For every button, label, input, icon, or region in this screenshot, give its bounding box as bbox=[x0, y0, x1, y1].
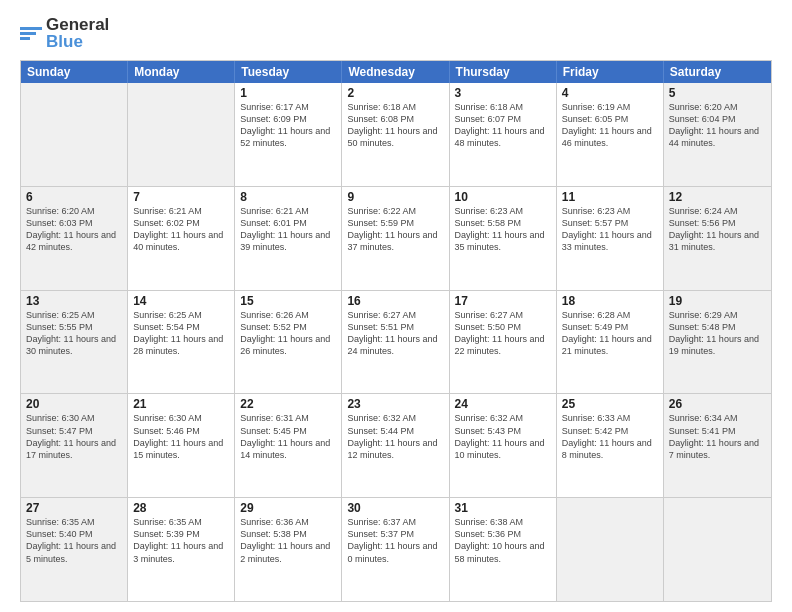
calendar-header: SundayMondayTuesdayWednesdayThursdayFrid… bbox=[21, 61, 771, 83]
cell-info: Sunrise: 6:20 AM Sunset: 6:04 PM Dayligh… bbox=[669, 101, 766, 150]
cell-info: Sunrise: 6:38 AM Sunset: 5:36 PM Dayligh… bbox=[455, 516, 551, 565]
cell-info: Sunrise: 6:30 AM Sunset: 5:46 PM Dayligh… bbox=[133, 412, 229, 461]
cell-info: Sunrise: 6:22 AM Sunset: 5:59 PM Dayligh… bbox=[347, 205, 443, 254]
week-row-2: 6Sunrise: 6:20 AM Sunset: 6:03 PM Daylig… bbox=[21, 186, 771, 290]
day-15: 15Sunrise: 6:26 AM Sunset: 5:52 PM Dayli… bbox=[235, 291, 342, 394]
day-17: 17Sunrise: 6:27 AM Sunset: 5:50 PM Dayli… bbox=[450, 291, 557, 394]
header-day-tuesday: Tuesday bbox=[235, 61, 342, 83]
day-23: 23Sunrise: 6:32 AM Sunset: 5:44 PM Dayli… bbox=[342, 394, 449, 497]
day-19: 19Sunrise: 6:29 AM Sunset: 5:48 PM Dayli… bbox=[664, 291, 771, 394]
logo: General Blue bbox=[20, 16, 109, 50]
day-number: 25 bbox=[562, 397, 658, 411]
cell-info: Sunrise: 6:27 AM Sunset: 5:50 PM Dayligh… bbox=[455, 309, 551, 358]
cell-info: Sunrise: 6:33 AM Sunset: 5:42 PM Dayligh… bbox=[562, 412, 658, 461]
cell-info: Sunrise: 6:37 AM Sunset: 5:37 PM Dayligh… bbox=[347, 516, 443, 565]
cell-info: Sunrise: 6:27 AM Sunset: 5:51 PM Dayligh… bbox=[347, 309, 443, 358]
empty-cell-0-0 bbox=[21, 83, 128, 186]
day-20: 20Sunrise: 6:30 AM Sunset: 5:47 PM Dayli… bbox=[21, 394, 128, 497]
day-number: 16 bbox=[347, 294, 443, 308]
day-number: 14 bbox=[133, 294, 229, 308]
day-number: 15 bbox=[240, 294, 336, 308]
logo-line1: General bbox=[46, 16, 109, 33]
empty-cell-0-1 bbox=[128, 83, 235, 186]
day-4: 4Sunrise: 6:19 AM Sunset: 6:05 PM Daylig… bbox=[557, 83, 664, 186]
week-row-4: 20Sunrise: 6:30 AM Sunset: 5:47 PM Dayli… bbox=[21, 393, 771, 497]
cell-info: Sunrise: 6:24 AM Sunset: 5:56 PM Dayligh… bbox=[669, 205, 766, 254]
header-day-friday: Friday bbox=[557, 61, 664, 83]
day-9: 9Sunrise: 6:22 AM Sunset: 5:59 PM Daylig… bbox=[342, 187, 449, 290]
day-number: 26 bbox=[669, 397, 766, 411]
day-26: 26Sunrise: 6:34 AM Sunset: 5:41 PM Dayli… bbox=[664, 394, 771, 497]
day-number: 24 bbox=[455, 397, 551, 411]
day-number: 21 bbox=[133, 397, 229, 411]
cell-info: Sunrise: 6:18 AM Sunset: 6:08 PM Dayligh… bbox=[347, 101, 443, 150]
cell-info: Sunrise: 6:32 AM Sunset: 5:43 PM Dayligh… bbox=[455, 412, 551, 461]
week-row-3: 13Sunrise: 6:25 AM Sunset: 5:55 PM Dayli… bbox=[21, 290, 771, 394]
cell-info: Sunrise: 6:28 AM Sunset: 5:49 PM Dayligh… bbox=[562, 309, 658, 358]
day-16: 16Sunrise: 6:27 AM Sunset: 5:51 PM Dayli… bbox=[342, 291, 449, 394]
day-number: 10 bbox=[455, 190, 551, 204]
day-30: 30Sunrise: 6:37 AM Sunset: 5:37 PM Dayli… bbox=[342, 498, 449, 601]
cell-info: Sunrise: 6:25 AM Sunset: 5:54 PM Dayligh… bbox=[133, 309, 229, 358]
day-10: 10Sunrise: 6:23 AM Sunset: 5:58 PM Dayli… bbox=[450, 187, 557, 290]
header-day-saturday: Saturday bbox=[664, 61, 771, 83]
cell-info: Sunrise: 6:36 AM Sunset: 5:38 PM Dayligh… bbox=[240, 516, 336, 565]
day-6: 6Sunrise: 6:20 AM Sunset: 6:03 PM Daylig… bbox=[21, 187, 128, 290]
page-header: General Blue bbox=[20, 16, 772, 50]
day-number: 1 bbox=[240, 86, 336, 100]
day-number: 3 bbox=[455, 86, 551, 100]
day-number: 7 bbox=[133, 190, 229, 204]
week-row-1: 1Sunrise: 6:17 AM Sunset: 6:09 PM Daylig… bbox=[21, 83, 771, 186]
day-number: 22 bbox=[240, 397, 336, 411]
cell-info: Sunrise: 6:21 AM Sunset: 6:02 PM Dayligh… bbox=[133, 205, 229, 254]
header-day-wednesday: Wednesday bbox=[342, 61, 449, 83]
day-number: 9 bbox=[347, 190, 443, 204]
cell-info: Sunrise: 6:31 AM Sunset: 5:45 PM Dayligh… bbox=[240, 412, 336, 461]
day-3: 3Sunrise: 6:18 AM Sunset: 6:07 PM Daylig… bbox=[450, 83, 557, 186]
cell-info: Sunrise: 6:25 AM Sunset: 5:55 PM Dayligh… bbox=[26, 309, 122, 358]
cell-info: Sunrise: 6:35 AM Sunset: 5:39 PM Dayligh… bbox=[133, 516, 229, 565]
day-21: 21Sunrise: 6:30 AM Sunset: 5:46 PM Dayli… bbox=[128, 394, 235, 497]
calendar: SundayMondayTuesdayWednesdayThursdayFrid… bbox=[20, 60, 772, 602]
day-number: 28 bbox=[133, 501, 229, 515]
day-11: 11Sunrise: 6:23 AM Sunset: 5:57 PM Dayli… bbox=[557, 187, 664, 290]
header-day-thursday: Thursday bbox=[450, 61, 557, 83]
cell-info: Sunrise: 6:35 AM Sunset: 5:40 PM Dayligh… bbox=[26, 516, 122, 565]
day-number: 13 bbox=[26, 294, 122, 308]
day-number: 11 bbox=[562, 190, 658, 204]
day-8: 8Sunrise: 6:21 AM Sunset: 6:01 PM Daylig… bbox=[235, 187, 342, 290]
day-number: 17 bbox=[455, 294, 551, 308]
header-day-sunday: Sunday bbox=[21, 61, 128, 83]
header-day-monday: Monday bbox=[128, 61, 235, 83]
week-row-5: 27Sunrise: 6:35 AM Sunset: 5:40 PM Dayli… bbox=[21, 497, 771, 601]
day-number: 12 bbox=[669, 190, 766, 204]
day-number: 5 bbox=[669, 86, 766, 100]
cell-info: Sunrise: 6:29 AM Sunset: 5:48 PM Dayligh… bbox=[669, 309, 766, 358]
day-1: 1Sunrise: 6:17 AM Sunset: 6:09 PM Daylig… bbox=[235, 83, 342, 186]
day-number: 20 bbox=[26, 397, 122, 411]
logo-icon bbox=[20, 27, 42, 40]
empty-cell-4-6 bbox=[664, 498, 771, 601]
day-number: 6 bbox=[26, 190, 122, 204]
cell-info: Sunrise: 6:20 AM Sunset: 6:03 PM Dayligh… bbox=[26, 205, 122, 254]
day-number: 29 bbox=[240, 501, 336, 515]
cell-info: Sunrise: 6:34 AM Sunset: 5:41 PM Dayligh… bbox=[669, 412, 766, 461]
day-12: 12Sunrise: 6:24 AM Sunset: 5:56 PM Dayli… bbox=[664, 187, 771, 290]
day-22: 22Sunrise: 6:31 AM Sunset: 5:45 PM Dayli… bbox=[235, 394, 342, 497]
day-2: 2Sunrise: 6:18 AM Sunset: 6:08 PM Daylig… bbox=[342, 83, 449, 186]
day-number: 23 bbox=[347, 397, 443, 411]
day-27: 27Sunrise: 6:35 AM Sunset: 5:40 PM Dayli… bbox=[21, 498, 128, 601]
day-number: 8 bbox=[240, 190, 336, 204]
cell-info: Sunrise: 6:26 AM Sunset: 5:52 PM Dayligh… bbox=[240, 309, 336, 358]
cell-info: Sunrise: 6:30 AM Sunset: 5:47 PM Dayligh… bbox=[26, 412, 122, 461]
cell-info: Sunrise: 6:17 AM Sunset: 6:09 PM Dayligh… bbox=[240, 101, 336, 150]
cell-info: Sunrise: 6:19 AM Sunset: 6:05 PM Dayligh… bbox=[562, 101, 658, 150]
cell-info: Sunrise: 6:23 AM Sunset: 5:58 PM Dayligh… bbox=[455, 205, 551, 254]
day-28: 28Sunrise: 6:35 AM Sunset: 5:39 PM Dayli… bbox=[128, 498, 235, 601]
day-number: 19 bbox=[669, 294, 766, 308]
day-7: 7Sunrise: 6:21 AM Sunset: 6:02 PM Daylig… bbox=[128, 187, 235, 290]
logo-line2: Blue bbox=[46, 33, 109, 50]
day-number: 31 bbox=[455, 501, 551, 515]
calendar-body: 1Sunrise: 6:17 AM Sunset: 6:09 PM Daylig… bbox=[21, 83, 771, 601]
day-25: 25Sunrise: 6:33 AM Sunset: 5:42 PM Dayli… bbox=[557, 394, 664, 497]
